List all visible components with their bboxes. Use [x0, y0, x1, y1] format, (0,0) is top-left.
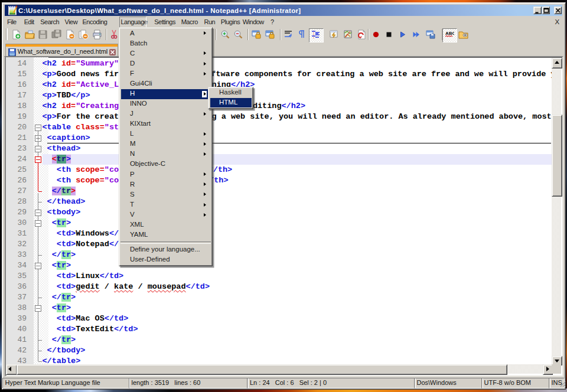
svg-text:ABC: ABC — [445, 31, 454, 36]
